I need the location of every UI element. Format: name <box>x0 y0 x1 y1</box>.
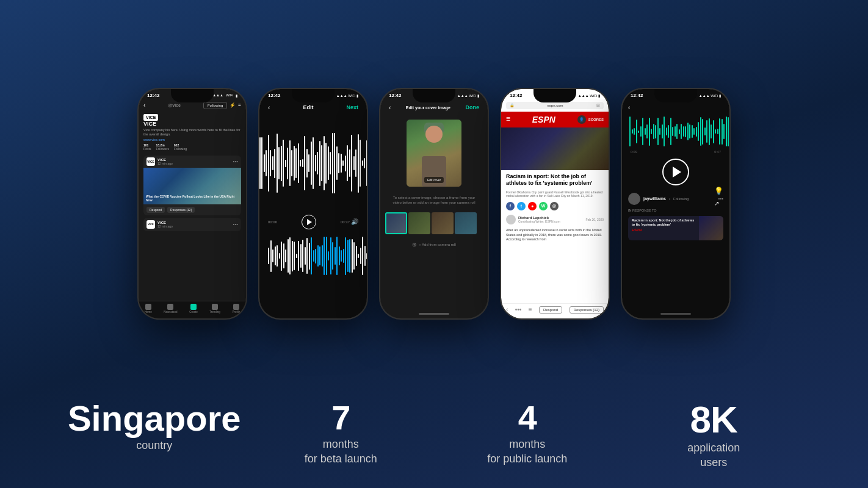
espn-menu-nav-icon[interactable]: ≡ <box>529 306 532 313</box>
nav-trending-label: Trending <box>209 310 220 314</box>
youtube-share[interactable]: ● <box>528 202 537 210</box>
nav-home[interactable]: Home <box>145 304 152 314</box>
post-more-icon[interactable]: ••• <box>233 159 238 164</box>
responses-button-1[interactable]: Responses (12) <box>167 207 195 213</box>
espn-responses-button[interactable]: Responses (12) <box>570 306 604 314</box>
stat-8k-number: 8K <box>621 401 808 439</box>
resp-avatar <box>628 193 640 205</box>
espn-more-icon[interactable]: ••• <box>515 306 522 313</box>
vice-logo: VICE <box>143 114 158 121</box>
phone3-screen: 12:42 ▲▲▲ WiFi ▮ ‹ Edit your cover image… <box>380 89 488 318</box>
edit-next-btn[interactable]: Next <box>346 104 358 110</box>
phone2-wrapper: 12:42 ▲▲▲ WiFi ▮ ‹ Edit Next 00: <box>258 88 368 320</box>
twitter-share[interactable]: t <box>517 202 526 210</box>
espn-respond-button[interactable]: Respond <box>539 306 562 314</box>
edit-cover-button[interactable]: Edit cover <box>424 177 444 183</box>
audio-end-time: 0:47 <box>714 150 721 154</box>
status-bar-2: 12:42 ▲▲▲ WiFi ▮ <box>259 89 367 99</box>
post-info-1: VICE 12 min ago <box>157 158 233 165</box>
filmstrip-frame-2[interactable] <box>408 212 430 234</box>
espn-user-icon[interactable]: 👤 <box>577 115 586 124</box>
profile-icon <box>233 304 239 310</box>
resp-article-preview[interactable]: Racism in sport: Not the job of athletes… <box>628 216 723 240</box>
resp-article-image <box>699 216 723 240</box>
signal-icon-4: ▲▲▲ WiFi ▮ <box>578 93 600 98</box>
lightbulb-icon[interactable]: 💡 <box>714 187 723 195</box>
cover-done-btn[interactable]: Done <box>465 104 479 110</box>
bolt-icon: ⚡ <box>230 102 236 108</box>
stat-7-label: months for beta launch <box>248 437 435 466</box>
cover-back-btn[interactable]: ‹ <box>389 104 391 111</box>
play-button[interactable] <box>302 215 316 229</box>
respond-button-1[interactable]: Respond <box>146 207 165 213</box>
nav-trending[interactable]: Trending <box>209 304 220 314</box>
nav-create-label: Create <box>189 310 198 314</box>
vice-website[interactable]: www.vice.com <box>143 138 241 142</box>
home-indicator-3 <box>419 313 449 315</box>
espn-address-bar[interactable]: 🔒 espn.com ⊞ <box>506 102 604 109</box>
share-icon-resp[interactable]: ↗ <box>714 200 723 207</box>
resp-header: ‹ <box>622 99 729 113</box>
vice-description: Vice company bio here. Using more words … <box>143 128 241 137</box>
phone4-wrapper: 12:42 ▲▲▲ WiFi ▮ 🔒 espn.com ⊞ ☰ ESPN 👤 S… <box>500 88 610 320</box>
vice-back-icon[interactable]: ‹ <box>143 102 145 109</box>
audio-times: 0:09 0:47 <box>622 150 729 154</box>
stat-7-label-1: months <box>323 438 359 450</box>
vice-handle-header: @vice <box>168 103 180 107</box>
create-icon <box>190 304 197 310</box>
status-bar-3: 12:42 ▲▲▲ WiFi ▮ <box>380 89 488 99</box>
espn-header-actions: 👤 SCORES <box>577 115 604 124</box>
nav-newsstand-label: Newsstand <box>164 310 177 314</box>
cover-hint-text: To select a cover image, choose a frame … <box>380 192 488 209</box>
email-share[interactable]: @ <box>550 202 559 210</box>
filmstrip-frame-3[interactable] <box>432 212 454 234</box>
menu-icon[interactable]: ≡ <box>238 102 241 108</box>
espn-scores-btn[interactable]: SCORES <box>588 118 604 121</box>
address-action-icon[interactable]: ⊞ <box>596 103 600 108</box>
resp-back-btn[interactable]: ‹ <box>628 104 630 111</box>
filmstrip-frame-1[interactable] <box>385 212 407 234</box>
phone1-wrapper: 12:42 ▲▲▲ WiFi ▮ ‹ @vice Following ⚡ ≡ <box>137 88 247 320</box>
status-bar-1: 12:42 ▲▲▲ WiFi ▮ <box>139 89 246 99</box>
facebook-share[interactable]: f <box>506 202 515 210</box>
add-camera-label: + Add from camera roll <box>419 243 456 246</box>
espn-back-icon[interactable]: ‹ <box>506 306 508 313</box>
stat-4-label: months for public launch <box>434 437 621 466</box>
post2-more-icon[interactable]: ••• <box>233 221 238 227</box>
stat-8k-label-2: users <box>700 456 727 468</box>
add-icon: ⊕ <box>412 242 417 248</box>
big-play-icon <box>673 167 681 178</box>
espn-menu-icon[interactable]: ☰ <box>506 117 510 122</box>
whatsapp-share[interactable]: W <box>539 202 548 210</box>
vice-header: ‹ @vice Following ⚡ ≡ <box>139 99 246 112</box>
edit-back-btn[interactable]: ‹ <box>268 104 270 111</box>
main-waveform <box>259 127 367 200</box>
resp-username: jaywilliams <box>643 196 666 201</box>
following-button[interactable]: Following <box>203 102 227 109</box>
big-play-button[interactable] <box>662 159 689 185</box>
espn-header: ☰ ESPN 👤 SCORES <box>501 112 609 127</box>
filmstrip-frame-4[interactable] <box>455 212 477 234</box>
action-icons-panel: 💡 ↗ <box>714 187 723 207</box>
nav-newsstand[interactable]: Newsstand <box>164 304 177 314</box>
response-waveform <box>622 113 729 150</box>
stat-8k-label: application users <box>621 441 808 470</box>
audio-start-time: 0:09 <box>631 150 637 154</box>
add-camera-button[interactable]: ⊕ + Add from camera roll <box>380 238 488 251</box>
home-indicator-5 <box>660 313 691 315</box>
head <box>425 126 443 143</box>
phone4-screen: 12:42 ▲▲▲ WiFi ▮ 🔒 espn.com ⊞ ☰ ESPN 👤 S… <box>501 89 609 318</box>
nav-create[interactable]: Create <box>189 304 198 314</box>
cover-image-container: Edit cover <box>407 120 461 187</box>
resp-article-source: ESPN <box>632 228 695 232</box>
battery-icon-1: ▮ <box>236 93 237 98</box>
status-icons-3: ▲▲▲ WiFi ▮ <box>457 93 479 98</box>
volume-control[interactable]: 00:37 🔊 <box>341 218 358 225</box>
status-time-1: 12:42 <box>147 93 159 98</box>
stats-row: Singapore country 7 months for beta laun… <box>24 395 844 470</box>
signal-icon-1: ▲▲▲ <box>212 93 223 97</box>
nav-profile[interactable]: Profile <box>232 304 240 314</box>
phone4: 12:42 ▲▲▲ WiFi ▮ 🔒 espn.com ⊞ ☰ ESPN 👤 S… <box>500 88 610 320</box>
address-lock-icon: 🔒 <box>510 103 514 107</box>
status-time-2: 12:42 <box>268 93 280 98</box>
